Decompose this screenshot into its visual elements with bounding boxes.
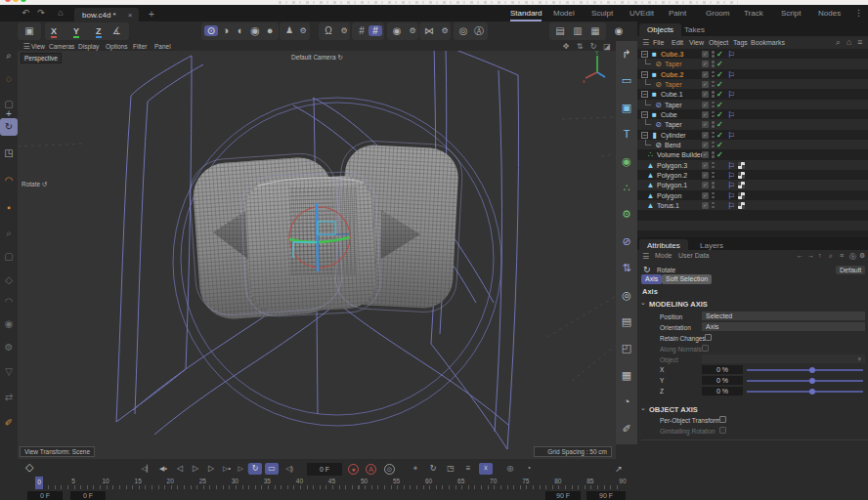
record-icon[interactable]: ● (348, 464, 359, 475)
texture-icon[interactable]: ▦ (616, 365, 637, 385)
workspace-tab-model[interactable]: Model (553, 9, 575, 18)
box-icon[interactable]: ▢ (0, 248, 18, 266)
objects-menu-edit[interactable]: Edit (672, 39, 683, 46)
visibility-dots[interactable] (712, 142, 715, 148)
enable-checkbox[interactable]: ✓ (702, 91, 709, 98)
poly-pen-icon[interactable]: ◇ (0, 271, 18, 289)
object-row-cube-1[interactable]: −■Cube.1✓✓⚐ (637, 89, 868, 99)
split-icon[interactable]: ⋈ (422, 25, 436, 36)
texture-tag-icon[interactable] (738, 162, 745, 169)
attr-filter-icon[interactable]: ≡ (840, 252, 844, 259)
enable-checkbox[interactable]: ✓ (702, 71, 709, 78)
visibility-dots[interactable] (712, 182, 715, 188)
enable-checkbox[interactable]: ✓ (702, 192, 709, 199)
keyframe-selection-icon[interactable]: ⊙ (384, 464, 395, 475)
visibility-dots[interactable] (712, 202, 715, 209)
default-button[interactable]: Default (836, 266, 865, 274)
search-tool-icon[interactable]: ⌕ (0, 47, 18, 64)
keyframe-diamond-icon[interactable]: ◇ (25, 463, 33, 472)
per-object-transform-checkbox[interactable] (719, 416, 726, 423)
retain-changes-checkbox[interactable] (705, 334, 712, 341)
motext-icon[interactable]: T (616, 124, 637, 144)
object-row-taper[interactable]: ⊘Taper✓✓ (637, 59, 868, 68)
objects-menu-bookmarks[interactable]: Bookmarks (751, 39, 785, 46)
state-check-icon[interactable]: ✓ (716, 60, 723, 68)
axis-lock-z[interactable]: Z (96, 26, 102, 38)
cube-primitive-icon[interactable]: ▣ (616, 98, 637, 117)
sound-icon[interactable]: ◁) (282, 463, 296, 475)
object-row-volume-builder[interactable]: ∴Volume Builder✓✓ (637, 149, 868, 159)
magnify-icon[interactable]: ⌕ (0, 225, 18, 242)
state-check-icon[interactable]: ✓ (716, 90, 723, 99)
workspace-tab-groom[interactable]: Groom (706, 9, 729, 18)
swap-icon[interactable]: ⇄ (0, 389, 18, 406)
up-icon[interactable]: ↑ (818, 252, 822, 259)
slider-value-z[interactable]: 0 % (702, 387, 743, 396)
slider-track-z[interactable] (747, 391, 863, 393)
object-row-polygon[interactable]: ▲Polygon✓⚐ (637, 190, 868, 200)
cloner-icon[interactable]: ∴ (616, 178, 637, 197)
workspace-tab-sculpt[interactable]: Sculpt (591, 9, 613, 18)
viewport-menu-icon[interactable]: ☰ (22, 42, 31, 51)
state-check-icon[interactable]: ✓ (716, 120, 723, 129)
attributes-menu-userdata[interactable]: User Data (678, 252, 710, 259)
object-row-cube-3[interactable]: −■Cube.3✓✓⚐ (637, 49, 868, 59)
toggle-view-icon[interactable]: ◪ (602, 42, 612, 51)
fcurve-icon[interactable]: ↗ (612, 463, 626, 475)
visibility-dots[interactable] (712, 71, 715, 78)
arc-tool-icon[interactable]: ◠ (0, 293, 18, 311)
current-frame-field[interactable]: 0 F (307, 463, 342, 476)
object-value[interactable]: ▾ (702, 354, 865, 363)
objects-filter-icon[interactable]: ≡ (857, 38, 862, 47)
split-settings-icon[interactable]: ⚙ (438, 25, 452, 36)
gear-tool-icon[interactable]: ⚙ (0, 339, 18, 356)
model-mode-icon[interactable]: ◉ (248, 25, 262, 36)
camera-label[interactable]: Default Camera ↻ (291, 54, 343, 62)
object-row-polygon-3[interactable]: ▲Polygon.3✓⚐ (637, 160, 868, 170)
texture-mode-icon[interactable]: ● (263, 25, 277, 36)
attr-search-icon[interactable]: ⌕ (829, 252, 833, 260)
enable-checkbox[interactable]: ✓ (702, 142, 709, 148)
visibility-dots[interactable] (712, 91, 715, 98)
enable-checkbox[interactable]: ✓ (702, 51, 709, 58)
preview-end-field[interactable]: 90 F (545, 491, 581, 500)
object-row-bend[interactable]: ⊘Bend✓✓ (637, 140, 868, 149)
expand-icon[interactable]: − (641, 71, 648, 78)
orientation-value[interactable]: Axis (702, 322, 865, 331)
option-tab-soft-selection[interactable]: Soft Selection (662, 274, 712, 284)
viewport-menu-panel[interactable]: Panel (154, 43, 171, 50)
objects-menu-file[interactable]: File (653, 39, 664, 46)
state-check-icon[interactable]: ✓ (716, 141, 723, 149)
camera-icon[interactable]: ◎ (616, 285, 637, 305)
tab-objects[interactable]: Objects (639, 23, 681, 36)
state-check-icon[interactable]: ✓ (716, 101, 723, 109)
workplane-icon[interactable]: ∡ (109, 25, 123, 36)
expand-icon[interactable]: − (641, 91, 648, 98)
visibility-dots[interactable] (712, 61, 715, 67)
workspace-tab-paint[interactable]: Paint (669, 9, 686, 18)
snap-settings-icon[interactable]: ⚙ (337, 25, 351, 36)
character-icon[interactable]: ♟ (282, 25, 296, 36)
enable-checkbox[interactable]: ✓ (702, 102, 709, 108)
next-frame-icon[interactable]: ▷ (204, 463, 218, 475)
save-as-icon[interactable]: ▥ (571, 25, 585, 36)
next-key-icon[interactable]: ▷• (220, 463, 234, 475)
expand-icon[interactable]: − (641, 132, 648, 139)
objects-menu-icon[interactable]: ☰ (642, 38, 649, 47)
loop-icon[interactable]: ↻ (248, 463, 262, 475)
layout-icon[interactable]: ▣ (22, 25, 36, 36)
visibility-dots[interactable] (712, 51, 715, 58)
axis-lock-x[interactable]: X (51, 26, 57, 38)
workspace-tab-script[interactable]: Script (781, 9, 801, 18)
enable-checkbox[interactable]: ✓ (702, 202, 709, 209)
go-start-icon[interactable]: ◁▏ (140, 463, 153, 475)
enable-checkbox[interactable]: ✓ (702, 81, 709, 88)
object-row-polygon-2[interactable]: ▲Polygon.2✓⚐ (637, 170, 868, 180)
visibility-dots[interactable] (712, 192, 715, 199)
enable-checkbox[interactable]: ✓ (702, 111, 709, 118)
pan-view-icon[interactable]: ✥ (561, 42, 571, 51)
workspace-tab-uvedit[interactable]: UVEdit (629, 9, 654, 18)
state-check-icon[interactable]: ✓ (716, 80, 723, 89)
state-check-icon[interactable]: ✓ (716, 110, 723, 119)
axis-options-icon[interactable]: Ⓐ (472, 25, 486, 36)
